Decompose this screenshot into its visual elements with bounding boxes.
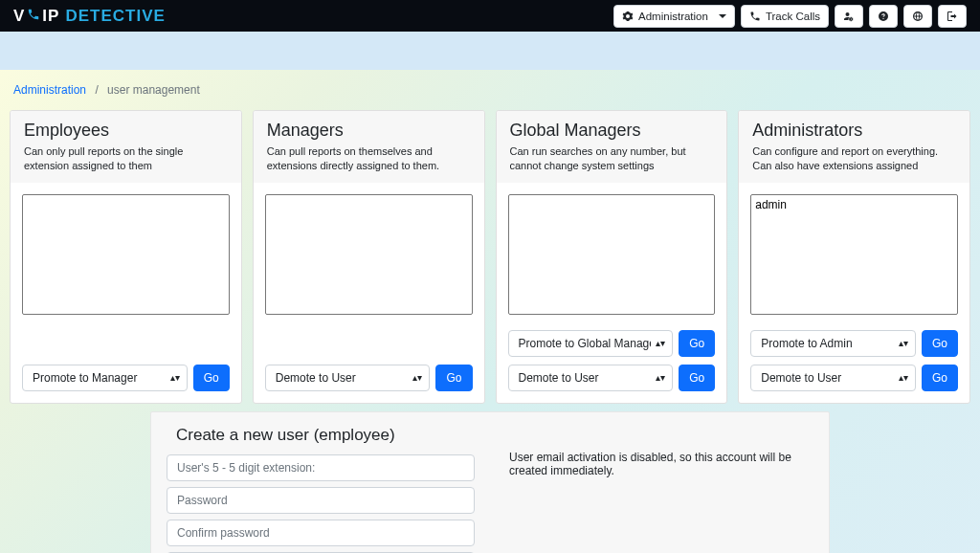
employees-card: Employees Can only pull reports on the s… (10, 110, 242, 404)
globe-button[interactable] (903, 5, 932, 28)
sub-bar (0, 32, 980, 70)
managers-card: Managers Can pull reports on themselves … (253, 110, 485, 404)
administration-label: Administration (638, 11, 708, 22)
administrators-desc: Can configure and report on everything. … (752, 144, 956, 173)
track-calls-label: Track Calls (766, 11, 820, 22)
employees-listbox[interactable] (22, 194, 230, 315)
role-columns: Employees Can only pull reports on the s… (10, 110, 970, 404)
confirm-password-input[interactable] (167, 520, 475, 546)
admins-promote-select[interactable]: Promote to Admin (750, 330, 916, 357)
question-circle-icon (878, 11, 889, 22)
password-input[interactable] (167, 487, 475, 514)
help-button[interactable] (869, 5, 898, 28)
global-managers-listbox[interactable] (508, 194, 716, 315)
track-calls-button[interactable]: Track Calls (741, 5, 829, 28)
managers-title: Managers (267, 121, 471, 141)
admins-demote-go-button[interactable]: Go (922, 365, 958, 391)
breadcrumb-current: user management (107, 83, 200, 97)
breadcrumb-root[interactable]: Administration (13, 83, 86, 97)
create-user-title: Create a new user (employee) (176, 426, 475, 445)
gear-users-icon (622, 11, 634, 22)
employees-go-button[interactable]: Go (193, 365, 230, 391)
brand-logo: V IP DETECTIVE (13, 7, 166, 26)
managers-action-select[interactable]: Demote to User (265, 365, 431, 391)
main-content: Employees Can only pull reports on the s… (0, 97, 980, 553)
global-promote-go-button[interactable]: Go (679, 330, 715, 357)
brand-ip: IP (42, 7, 59, 26)
employees-desc: Can only pull reports on the single exte… (24, 144, 228, 173)
nav-right: Administration Track Calls (613, 5, 967, 28)
globe-icon (912, 11, 924, 22)
admins-demote-select[interactable]: Demote to User (750, 365, 916, 391)
breadcrumb: Administration / user management (0, 70, 980, 97)
administrators-listbox[interactable]: admin (750, 194, 958, 315)
caret-down-icon (719, 14, 726, 18)
create-user-panel: Create a new user (employee) Register Us… (150, 411, 830, 553)
administrators-title: Administrators (752, 121, 956, 141)
breadcrumb-sep: / (95, 83, 98, 97)
managers-listbox[interactable] (265, 194, 473, 315)
phone-icon (27, 7, 40, 26)
global-managers-card: Global Managers Can run searches on any … (496, 110, 728, 404)
user-gear-icon (843, 11, 855, 22)
managers-go-button[interactable]: Go (435, 365, 472, 391)
managers-desc: Can pull reports on themselves and exten… (267, 144, 471, 173)
employees-action-select[interactable]: Promote to Manager (22, 365, 188, 391)
admins-promote-go-button[interactable]: Go (922, 330, 958, 357)
logout-icon (947, 11, 958, 22)
brand-detective: DETECTIVE (65, 7, 165, 26)
global-demote-go-button[interactable]: Go (679, 365, 715, 391)
global-managers-title: Global Managers (510, 121, 714, 141)
phone-icon (749, 11, 761, 22)
extension-input[interactable] (167, 454, 475, 481)
brand-v: V (13, 7, 25, 26)
global-promote-select[interactable]: Promote to Global Manager (508, 330, 674, 357)
global-demote-select[interactable]: Demote to User (508, 365, 674, 391)
create-user-note: User email activation is disabled, so th… (509, 451, 810, 477)
user-gear-button[interactable] (835, 5, 863, 28)
top-nav: V IP DETECTIVE Administration Track Call… (0, 0, 980, 32)
logout-button[interactable] (938, 5, 967, 28)
administration-dropdown[interactable]: Administration (613, 5, 735, 28)
employees-title: Employees (24, 121, 228, 141)
global-managers-desc: Can run searches on any number, but cann… (510, 144, 714, 173)
administrators-card: Administrators Can configure and report … (738, 110, 970, 404)
